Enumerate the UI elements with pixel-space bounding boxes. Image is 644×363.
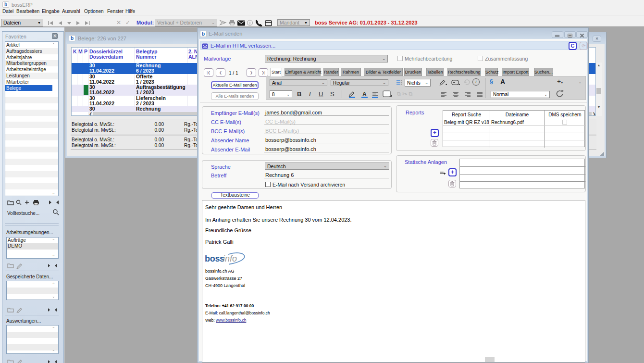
svg-text:boss: boss (205, 254, 224, 263)
svg-text:A: A (362, 91, 367, 98)
svg-text:...: ... (384, 92, 388, 96)
svg-text:info: info (223, 254, 237, 263)
